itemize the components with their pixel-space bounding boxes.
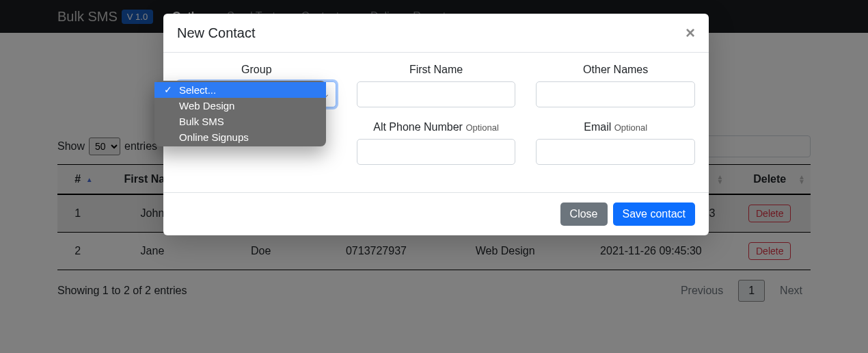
first-name-field: First Name	[357, 64, 516, 107]
dropdown-option-select[interactable]: Select...	[154, 82, 326, 98]
close-button[interactable]: Close	[560, 202, 608, 226]
other-names-input[interactable]	[536, 81, 695, 107]
email-label: Email Optional	[584, 121, 647, 133]
group-label: Group	[241, 64, 271, 76]
dropdown-option-web-design[interactable]: Web Design	[154, 98, 326, 114]
first-name-label: First Name	[409, 64, 463, 76]
modal-title: New Contact	[177, 25, 256, 41]
alt-phone-label: Alt Phone Number Optional	[373, 121, 499, 133]
other-names-label: Other Names	[583, 64, 648, 76]
other-names-field: Other Names	[536, 64, 695, 107]
alt-phone-input[interactable]	[357, 139, 516, 165]
save-contact-button[interactable]: Save contact	[613, 202, 696, 226]
alt-phone-field: Alt Phone Number Optional	[357, 121, 516, 165]
email-field: Email Optional	[536, 121, 695, 165]
email-input[interactable]	[536, 139, 695, 165]
close-icon[interactable]: ×	[686, 25, 695, 41]
modal-header: New Contact ×	[163, 14, 709, 53]
modal-footer: Close Save contact	[163, 192, 709, 235]
first-name-input[interactable]	[357, 81, 516, 107]
group-dropdown-list: Select... Web Design Bulk SMS Online Sig…	[154, 81, 326, 146]
dropdown-option-bulk-sms[interactable]: Bulk SMS	[154, 114, 326, 129]
dropdown-option-online-signups[interactable]: Online Signups	[154, 129, 326, 145]
